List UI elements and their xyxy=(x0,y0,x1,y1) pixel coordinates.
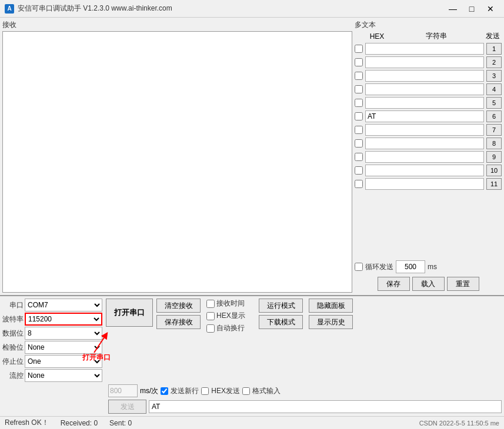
send-newline-checkbox[interactable] xyxy=(161,387,168,395)
multitext-row-7: 7 xyxy=(355,123,502,136)
multitext-title: 多文本 xyxy=(355,20,376,30)
mt-text-input-3[interactable] xyxy=(365,70,484,82)
mt-text-input-1[interactable] xyxy=(365,43,484,55)
mt-send-btn-7[interactable]: 7 xyxy=(486,124,502,136)
open-port-area: 打开串口 打开串口 xyxy=(106,299,153,327)
mt-text-input-11[interactable] xyxy=(365,178,484,190)
auto-newline-row: 自动换行 xyxy=(206,323,253,333)
mt-text-input-10[interactable] xyxy=(365,165,484,176)
mt-send-btn-6[interactable]: 6 xyxy=(486,110,502,122)
mt-hex-checkbox-6[interactable] xyxy=(355,112,363,120)
send-text-row: 发送 xyxy=(2,400,502,414)
multitext-panel: 多文本 HEX 字符串 发送 1234567891011 循环发送 500 ms… xyxy=(355,20,502,293)
auto-newline-checkbox[interactable] xyxy=(206,324,215,333)
hex-display-label: HEX显示 xyxy=(216,311,245,321)
mt-send-btn-10[interactable]: 10 xyxy=(486,165,502,176)
app-icon: A xyxy=(5,4,14,14)
refresh-status: Refresh OK！ xyxy=(5,418,49,428)
title-bar: A 安信可串口调试助手 V1.2.3.0 www.ai-thinker.com … xyxy=(0,0,504,18)
mt-send-btn-1[interactable]: 1 xyxy=(486,43,502,55)
recv-time-row: 接收时间 xyxy=(206,299,253,309)
mt-text-input-5[interactable] xyxy=(365,97,484,109)
reset-button[interactable]: 重置 xyxy=(447,277,479,291)
close-button[interactable]: ✕ xyxy=(482,2,499,15)
mt-text-input-4[interactable] xyxy=(365,83,484,95)
baud-label: 波特率 xyxy=(2,314,24,324)
download-mode-button[interactable]: 下载模式 xyxy=(259,315,303,329)
port-label: 串口 xyxy=(2,300,24,310)
loop-ms-label: ms xyxy=(428,263,437,271)
hide-panel-button[interactable]: 隐藏面板 xyxy=(309,299,353,313)
mt-hex-checkbox-4[interactable] xyxy=(355,85,363,93)
multitext-row-9: 9 xyxy=(355,150,502,163)
save-recv-button[interactable]: 保存接收 xyxy=(156,315,201,329)
flow-row: 流控 None xyxy=(2,369,102,382)
multitext-row-8: 8 xyxy=(355,137,502,150)
mt-hex-checkbox-2[interactable] xyxy=(355,58,363,66)
mt-hex-checkbox-10[interactable] xyxy=(355,166,363,175)
mt-hex-checkbox-11[interactable] xyxy=(355,180,363,188)
mt-send-btn-9[interactable]: 9 xyxy=(486,151,502,163)
format-input-checkbox[interactable] xyxy=(242,387,250,395)
mt-send-btn-2[interactable]: 2 xyxy=(486,56,502,68)
mt-send-btn-4[interactable]: 4 xyxy=(486,83,502,95)
mt-send-btn-11[interactable]: 11 xyxy=(486,178,502,190)
hex-display-row: HEX显示 xyxy=(206,311,253,321)
hex-display-checkbox[interactable] xyxy=(206,312,215,320)
maximize-button[interactable]: □ xyxy=(463,2,480,15)
mt-text-input-6[interactable] xyxy=(365,110,484,122)
sent-label: Sent: 0 xyxy=(109,419,132,427)
multitext-row-6: 6 xyxy=(355,110,502,123)
format-input-label: 格式输入 xyxy=(252,386,281,396)
send-newline-label: 发送新行 xyxy=(171,386,199,396)
port-select[interactable]: COM7 xyxy=(25,299,102,311)
multitext-row-2: 2 xyxy=(355,56,502,69)
col-send-label: 发送 xyxy=(484,31,502,41)
mid-buttons: 清空接收 保存接收 xyxy=(156,299,201,329)
top-section: 接收 多文本 HEX 字符串 发送 1234567891011 循环发送 500 xyxy=(0,18,504,295)
mt-send-btn-8[interactable]: 8 xyxy=(486,138,502,149)
receive-textarea[interactable] xyxy=(2,31,352,293)
clear-recv-button[interactable]: 清空接收 xyxy=(156,299,201,313)
minimize-button[interactable]: — xyxy=(444,2,462,15)
hex-send-checkbox[interactable] xyxy=(201,387,209,395)
mt-hex-checkbox-1[interactable] xyxy=(355,45,363,53)
mt-send-btn-5[interactable]: 5 xyxy=(486,97,502,109)
mt-hex-checkbox-5[interactable] xyxy=(355,99,363,107)
mt-text-input-2[interactable] xyxy=(365,56,484,68)
port-row: 串口 COM7 xyxy=(2,299,102,311)
multitext-row-5: 5 xyxy=(355,96,502,109)
annotation-area: 打开串口 xyxy=(88,329,124,358)
app-title: 安信可串口调试助手 V1.2.3.0 www.ai-thinker.com xyxy=(18,4,444,14)
loop-interval-input[interactable]: 500 xyxy=(396,260,425,273)
baud-select[interactable]: 115200 9600 xyxy=(25,313,102,326)
mt-hex-checkbox-8[interactable] xyxy=(355,139,363,148)
show-history-button[interactable]: 显示历史 xyxy=(309,315,353,329)
open-port-button[interactable]: 打开串口 xyxy=(106,299,153,327)
mt-hex-checkbox-3[interactable] xyxy=(355,72,363,80)
flow-select[interactable]: None xyxy=(25,369,102,382)
send-text-input[interactable] xyxy=(149,400,502,413)
recv-time-checkbox[interactable] xyxy=(206,300,215,308)
save-button[interactable]: 保存 xyxy=(378,277,410,291)
check-label: 检验位 xyxy=(2,343,24,353)
col-string-label: 字符串 xyxy=(391,31,482,41)
multitext-row-11: 11 xyxy=(355,177,502,190)
mt-hex-checkbox-7[interactable] xyxy=(355,126,363,134)
mt-text-input-9[interactable] xyxy=(365,151,484,163)
run-mode-button[interactable]: 运行模式 xyxy=(259,299,303,313)
load-button[interactable]: 载入 xyxy=(412,277,445,291)
loop-send-label: 循环发送 xyxy=(365,262,393,272)
mt-text-input-8[interactable] xyxy=(365,138,484,149)
loop-send-checkbox[interactable] xyxy=(355,263,363,271)
bottom-section: 串口 COM7 波特率 115200 9600 数据位 8 xyxy=(0,295,504,416)
annotation-label: 打开串口 xyxy=(82,353,111,363)
mt-text-input-7[interactable] xyxy=(365,124,484,136)
send-interval-input[interactable] xyxy=(108,384,138,397)
mt-hex-checkbox-9[interactable] xyxy=(355,153,363,161)
mt-send-btn-3[interactable]: 3 xyxy=(486,70,502,82)
right-buttons: 运行模式 下载模式 xyxy=(259,299,303,329)
status-bar: Refresh OK！ Received: 0 Sent: 0 CSDN 202… xyxy=(0,416,504,429)
data-label: 数据位 xyxy=(2,329,24,338)
send-button[interactable]: 发送 xyxy=(108,400,146,414)
